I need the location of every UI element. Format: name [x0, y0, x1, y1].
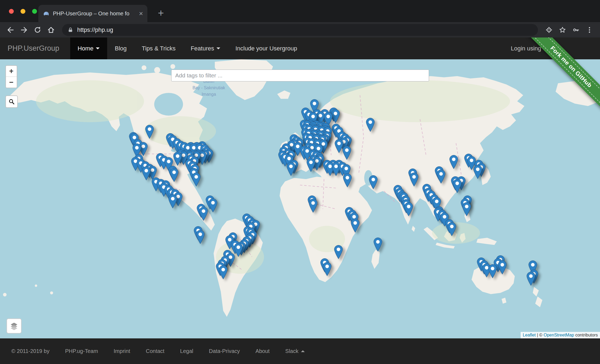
map-marker[interactable] [366, 118, 375, 132]
map-marker-icon [404, 202, 413, 216]
map-marker[interactable] [343, 173, 352, 187]
map-marker[interactable] [462, 202, 471, 216]
address-bar[interactable]: https://php.ug [62, 24, 538, 36]
leaflet-link[interactable]: Leaflet [523, 333, 536, 337]
map-marker[interactable] [437, 170, 445, 184]
map-marker[interactable] [473, 165, 482, 179]
map-marker[interactable] [219, 265, 228, 279]
site-brand[interactable]: PHP.UserGroup [8, 37, 59, 59]
footer-link-data-privacy[interactable]: Data-Privacy [209, 348, 240, 354]
map-marker-icon [527, 272, 535, 286]
map-marker[interactable] [196, 230, 205, 244]
home-icon [47, 26, 55, 34]
zoom-in-button[interactable]: + [6, 66, 17, 77]
bookmark-star-icon [560, 27, 565, 32]
site-navbar: PHP.UserGroup Home Blog Tips & Tricks Fe… [0, 37, 600, 59]
map-marker[interactable] [453, 179, 462, 193]
map-marker-icon [173, 152, 182, 166]
map-marker[interactable] [335, 139, 343, 153]
map-marker[interactable] [498, 260, 507, 274]
window-minimize-button[interactable] [21, 9, 25, 14]
map-marker[interactable] [307, 158, 315, 172]
map-marker[interactable] [287, 162, 295, 176]
map-marker[interactable] [369, 175, 378, 189]
map-marker-icon [199, 207, 208, 221]
map-marker-icon [453, 179, 462, 193]
nav-item-tips-tricks[interactable]: Tips & Tricks [134, 37, 183, 59]
map-marker[interactable] [145, 125, 154, 139]
map-marker-icon [374, 238, 382, 252]
map-marker-icon [488, 264, 497, 278]
nav-item-include-usergroup[interactable]: Include your Usergroup [228, 37, 305, 59]
marker-layer [0, 59, 600, 338]
map-layers-button[interactable] [6, 318, 22, 334]
site-footer: © 2011-2019 by PHP.ug-Team Imprint Conta… [0, 338, 600, 364]
nav-item-blog[interactable]: Blog [107, 37, 134, 59]
forward-button[interactable] [17, 24, 31, 36]
tab-close-icon[interactable]: × [139, 10, 143, 17]
reload-button[interactable] [31, 24, 44, 36]
map-marker-icon [437, 170, 445, 184]
map-marker[interactable] [170, 168, 178, 182]
footer-link-imprint[interactable]: Imprint [114, 348, 130, 354]
zoom-out-button[interactable]: − [6, 77, 17, 88]
footer-link-contact[interactable]: Contact [146, 348, 164, 354]
map-marker[interactable] [404, 202, 413, 216]
map-marker-icon [234, 243, 243, 257]
footer-link-about[interactable]: About [256, 348, 270, 354]
map-marker-icon [343, 146, 351, 160]
map-marker[interactable] [192, 173, 201, 187]
map-marker[interactable] [410, 173, 418, 187]
window-close-button[interactable] [9, 9, 14, 14]
nav-item-label: Blog [115, 45, 127, 52]
caret-down-icon [216, 47, 220, 49]
url-text: https://php.ug [77, 26, 113, 33]
map-marker-icon [323, 262, 331, 276]
leaflet-map[interactable]: Baffin Bay - Saknirutiak Imanga + − Leaf… [0, 59, 600, 338]
map-marker-icon [307, 158, 315, 172]
location-target-button[interactable] [542, 24, 556, 36]
map-marker[interactable] [173, 152, 182, 166]
map-marker[interactable] [488, 264, 497, 278]
key-icon [572, 26, 580, 34]
map-marker[interactable] [309, 199, 317, 213]
map-marker[interactable] [343, 146, 351, 160]
map-marker[interactable] [527, 272, 535, 286]
map-marker[interactable] [234, 243, 243, 257]
nav-item-features[interactable]: Features [183, 37, 228, 59]
map-marker[interactable] [168, 194, 177, 208]
map-marker-icon [498, 260, 507, 274]
map-marker[interactable] [334, 245, 343, 259]
footer-link-phpug-team[interactable]: PHP.ug-Team [65, 348, 98, 354]
map-search-button[interactable] [5, 95, 18, 108]
bookmark-star-button[interactable] [556, 24, 569, 36]
map-marker[interactable] [449, 155, 458, 169]
browser-tab[interactable]: PHP-UserGroup – One home fo × [38, 5, 147, 22]
sea-label-line: Imanga [192, 91, 225, 98]
map-marker[interactable] [374, 238, 382, 252]
map-marker[interactable] [323, 262, 331, 276]
map-marker[interactable] [448, 222, 456, 236]
tag-filter-input[interactable] [171, 70, 429, 81]
browser-menu-button[interactable] [583, 24, 596, 36]
search-icon [8, 98, 15, 105]
attribution-suffix: contributors [574, 333, 598, 337]
passwords-key-button[interactable] [569, 24, 583, 36]
map-marker[interactable] [209, 198, 217, 212]
footer-link-legal[interactable]: Legal [180, 348, 193, 354]
map-marker-icon [462, 202, 471, 216]
home-button[interactable] [44, 24, 58, 36]
footer-link-slack[interactable]: Slack [285, 348, 305, 354]
nav-item-label: Tips & Tricks [142, 45, 175, 52]
map-marker-icon [351, 219, 360, 233]
window-zoom-button[interactable] [32, 9, 37, 14]
browser-tab-strip: PHP-UserGroup – One home fo × + [0, 0, 600, 22]
map-marker-icon [309, 199, 317, 213]
osm-link[interactable]: OpenStreetMap [544, 333, 574, 337]
map-marker[interactable] [199, 207, 208, 221]
new-tab-button[interactable]: + [154, 6, 167, 19]
back-button[interactable] [4, 24, 17, 36]
map-marker[interactable] [351, 219, 360, 233]
map-marker[interactable] [142, 166, 151, 180]
nav-item-home[interactable]: Home [70, 37, 107, 59]
